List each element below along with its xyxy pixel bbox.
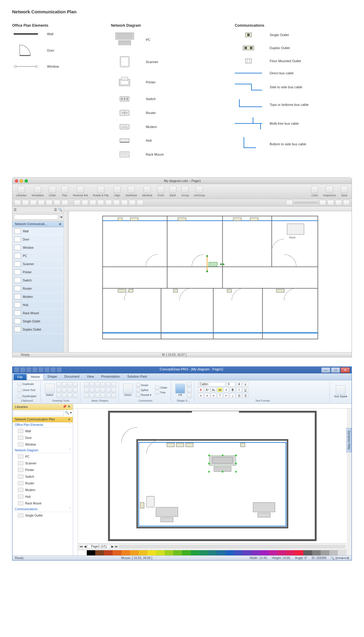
shape-icon[interactable] xyxy=(89,382,94,387)
tool-icon[interactable] xyxy=(67,388,72,393)
tool-btn[interactable] xyxy=(97,200,104,205)
color-swatch[interactable] xyxy=(208,550,217,555)
clone-tool-button[interactable]: Clone Tool xyxy=(16,388,36,393)
font-select[interactable]: Calibri xyxy=(198,382,225,386)
toolbar-ungroup[interactable]: UnGroup xyxy=(193,185,206,197)
color-swatch[interactable] xyxy=(260,550,269,555)
color-swatch[interactable] xyxy=(87,550,96,555)
toolbar-align[interactable]: Align xyxy=(112,185,122,197)
lib-item-scanner[interactable]: Scanner xyxy=(12,460,73,467)
toolbar-color[interactable]: Color xyxy=(310,185,319,197)
align-left-icon[interactable]: ≡ xyxy=(198,393,204,398)
dropdown-icon[interactable]: ▾ xyxy=(70,411,72,416)
dynamic-help-tab[interactable]: Dynamic Help xyxy=(346,428,352,452)
tool-btn[interactable] xyxy=(343,200,350,205)
color-swatch[interactable] xyxy=(338,550,347,555)
nav-last-icon[interactable]: ⏭ xyxy=(115,545,118,548)
tool-btn[interactable] xyxy=(129,200,136,205)
lib-item-modem[interactable]: Modem xyxy=(12,293,64,301)
tool-btn[interactable] xyxy=(54,200,60,205)
lib-item-hub[interactable]: Hub xyxy=(12,493,73,500)
font-size-select[interactable]: 9 xyxy=(226,382,235,386)
qat-redo-icon[interactable] xyxy=(32,367,37,372)
tab-view[interactable]: View xyxy=(83,373,98,380)
lib-group-communications[interactable]: Communicationsˆ xyxy=(12,507,73,512)
shape-icon[interactable] xyxy=(106,393,111,398)
tool-btn[interactable] xyxy=(113,200,120,205)
tab-home[interactable]: Home xyxy=(27,373,44,380)
align-right-icon[interactable]: ≡ xyxy=(211,393,216,398)
color-swatch[interactable] xyxy=(173,550,182,555)
style-icon[interactable] xyxy=(187,388,192,393)
color-swatch[interactable] xyxy=(191,550,200,555)
color-swatch[interactable] xyxy=(139,550,147,555)
lib-item-wall[interactable]: Wall xyxy=(12,227,64,235)
color-swatch[interactable] xyxy=(104,550,113,555)
lib-item-window[interactable]: Window xyxy=(12,441,73,448)
lib-item-hub[interactable]: Hub xyxy=(12,301,64,309)
qat-undo-icon[interactable] xyxy=(26,367,31,372)
select-button[interactable]: Select xyxy=(44,383,55,397)
tool-btn[interactable] xyxy=(335,200,342,205)
list-icon[interactable]: ☰ xyxy=(243,393,248,398)
color-swatch[interactable] xyxy=(286,550,295,555)
qat-icon[interactable] xyxy=(45,367,49,372)
tool-btn[interactable] xyxy=(22,200,29,205)
tool-icon[interactable] xyxy=(56,382,61,387)
style-icon[interactable] xyxy=(187,382,192,387)
color-swatch[interactable] xyxy=(329,550,338,555)
italic-button[interactable]: I xyxy=(236,387,242,392)
sub-icon[interactable]: A₂ xyxy=(211,387,216,392)
zoom-icon[interactable] xyxy=(25,179,28,183)
align-center-icon[interactable]: ≡ xyxy=(204,393,210,398)
align-icon[interactable]: ≡ xyxy=(224,387,229,392)
mac-canvas[interactable]: Rack xyxy=(64,207,352,352)
toolbar-rotate-&-flip[interactable]: Rotate & Flip xyxy=(92,185,110,197)
qat-icon[interactable] xyxy=(14,367,19,372)
lib-item-printer[interactable]: Printer xyxy=(12,268,64,276)
align-top-icon[interactable]: ⊤ xyxy=(217,393,223,398)
tool-icon[interactable] xyxy=(56,393,61,398)
tool-icon[interactable] xyxy=(67,382,72,387)
color-swatch[interactable] xyxy=(295,550,303,555)
win-canvas[interactable]: Dynamic Help ⏮ ◀ Page1 (1/1) ▶ ⏭ xyxy=(73,404,352,555)
color-swatch[interactable] xyxy=(182,550,191,555)
color-swatch[interactable] xyxy=(243,550,251,555)
lib-item-rack-mount[interactable]: Rack Mount xyxy=(12,500,73,507)
color-swatch[interactable] xyxy=(130,550,139,555)
color-swatch[interactable] xyxy=(113,550,121,555)
direct-button[interactable]: Direct xyxy=(123,383,133,397)
shape-icon[interactable] xyxy=(95,382,100,387)
lib-item-single-outlet[interactable]: Single Outlet xyxy=(12,512,73,519)
close-lib-icon[interactable]: ⊗ xyxy=(59,222,61,226)
color-swatch[interactable] xyxy=(277,550,286,555)
color-swatch[interactable] xyxy=(269,550,278,555)
super-icon[interactable]: A² xyxy=(204,387,210,392)
tool-icon[interactable] xyxy=(73,382,78,387)
tool-btn[interactable] xyxy=(121,200,128,205)
fill-button[interactable]: Fill xyxy=(175,383,186,397)
minimize-button[interactable]: — xyxy=(321,367,330,373)
shape-icon[interactable] xyxy=(100,388,105,393)
color-swatch[interactable] xyxy=(121,550,130,555)
tool-btn[interactable] xyxy=(46,200,52,205)
shape-icon[interactable] xyxy=(89,393,94,398)
scrollbar-horizontal[interactable] xyxy=(119,545,345,548)
color-swatch[interactable] xyxy=(312,550,321,555)
align-mid-icon[interactable]: ⊢ xyxy=(224,393,229,398)
toolbar-front[interactable]: Front xyxy=(156,185,166,197)
tool-icon[interactable] xyxy=(62,382,67,387)
drawing-area[interactable]: Rack xyxy=(69,211,352,347)
search-icon[interactable]: 🔍 xyxy=(58,208,62,212)
lib-item-rack-mount[interactable]: Rack Mount xyxy=(12,309,64,317)
color-swatch[interactable] xyxy=(199,550,208,555)
bold-button[interactable]: B xyxy=(230,387,235,392)
lib-group-office-plan-elements[interactable]: Office Plan Elementsˆ xyxy=(12,422,73,428)
zoom-controls[interactable]: 🔍 ⊖━━●━━⊕ xyxy=(331,556,349,560)
close-lib-icon[interactable]: ✕ xyxy=(68,418,70,421)
shape-icon[interactable] xyxy=(84,382,89,387)
tab-presentation[interactable]: Presentation xyxy=(98,373,124,380)
tool-icon[interactable] xyxy=(67,393,72,398)
shape-icon[interactable] xyxy=(100,382,105,387)
tool-btn[interactable] xyxy=(14,200,21,205)
